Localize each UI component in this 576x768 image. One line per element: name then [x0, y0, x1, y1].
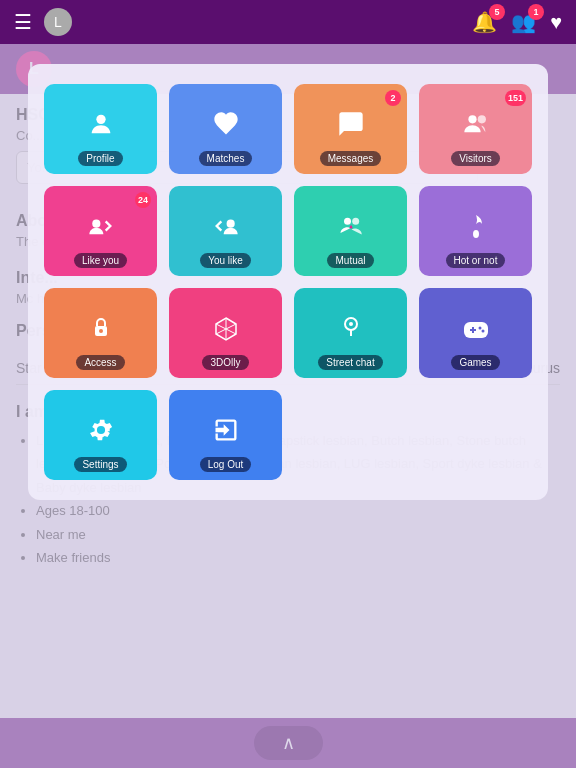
tile-badge-like-you: 24: [135, 192, 151, 208]
tile-icon-games: [462, 317, 490, 349]
nav-left: ☰ L: [14, 8, 72, 36]
tile-label-street-chat: Street chat: [318, 355, 382, 370]
svg-point-0: [96, 115, 105, 124]
menu-tile-visitors[interactable]: 151 Visitors: [419, 84, 532, 174]
menu-tile-access[interactable]: Access: [44, 288, 157, 378]
tile-label-matches: Matches: [199, 151, 253, 166]
menu-tile-hot-or-not[interactable]: Hot or not: [419, 186, 532, 276]
menu-tile-like-you[interactable]: 24 Like you: [44, 186, 157, 276]
svg-point-4: [226, 220, 234, 228]
menu-tile-matches[interactable]: Matches: [169, 84, 282, 174]
svg-point-2: [477, 115, 485, 123]
tile-icon-you-like: [212, 212, 240, 247]
tile-icon-matches: [212, 110, 240, 145]
menu-panel: Profile Matches 2 Messages 151 Visitors …: [28, 64, 548, 500]
svg-point-9: [99, 329, 103, 333]
tile-icon-messages: [337, 110, 365, 145]
svg-point-13: [478, 327, 481, 330]
menu-tile-mutual[interactable]: Mutual: [294, 186, 407, 276]
tile-icon-profile: [87, 110, 115, 145]
tile-label-games: Games: [451, 355, 499, 370]
hamburger-menu[interactable]: ☰: [14, 10, 32, 34]
tile-label-log-out: Log Out: [200, 457, 252, 472]
tile-label-settings: Settings: [74, 457, 126, 472]
tile-icon-street-chat: [337, 314, 365, 349]
tile-icon-mutual: [337, 212, 365, 247]
menu-overlay: Profile Matches 2 Messages 151 Visitors …: [0, 44, 576, 768]
tile-badge-messages: 2: [385, 90, 401, 106]
tile-icon-settings: [87, 416, 115, 451]
tile-icon-visitors: [462, 110, 490, 145]
friends-badge: 1: [528, 4, 544, 20]
menu-tile-3dolly[interactable]: 3DOlly: [169, 288, 282, 378]
tile-icon-hot-or-not: [464, 212, 488, 247]
menu-tile-games[interactable]: Games: [419, 288, 532, 378]
tile-label-like-you: Like you: [74, 253, 127, 268]
svg-point-7: [473, 230, 479, 238]
avatar-initial: L: [54, 14, 62, 30]
svg-point-3: [92, 220, 100, 228]
tile-label-3dolly: 3DOlly: [202, 355, 248, 370]
nav-right: 🔔 5 👥 1 ♥: [472, 10, 562, 34]
user-avatar[interactable]: L: [44, 8, 72, 36]
heart-icon: ♥: [550, 11, 562, 33]
menu-tile-settings[interactable]: Settings: [44, 390, 157, 480]
tile-label-visitors: Visitors: [451, 151, 500, 166]
tile-icon-like-you: [87, 212, 115, 247]
menu-tile-street-chat[interactable]: Street chat: [294, 288, 407, 378]
tile-label-mutual: Mutual: [327, 253, 373, 268]
tile-icon-3dolly: [212, 314, 240, 349]
menu-tile-log-out[interactable]: Log Out: [169, 390, 282, 480]
menu-tile-you-like[interactable]: You like: [169, 186, 282, 276]
tile-badge-visitors: 151: [505, 90, 526, 106]
tile-label-you-like: You like: [200, 253, 251, 268]
notifications-button[interactable]: 🔔 5: [472, 10, 497, 34]
top-navigation: ☰ L 🔔 5 👥 1 ♥: [0, 0, 576, 44]
favorites-button[interactable]: ♥: [550, 11, 562, 34]
tile-icon-log-out: [212, 416, 240, 451]
svg-point-14: [481, 330, 484, 333]
tile-label-profile: Profile: [78, 151, 122, 166]
friends-button[interactable]: 👥 1: [511, 10, 536, 34]
svg-point-11: [349, 322, 353, 326]
tile-label-hot-or-not: Hot or not: [446, 253, 506, 268]
svg-point-6: [352, 218, 359, 225]
svg-point-5: [344, 218, 351, 225]
tile-icon-access: [88, 314, 114, 349]
tile-label-messages: Messages: [320, 151, 382, 166]
tile-label-access: Access: [76, 355, 124, 370]
menu-grid: Profile Matches 2 Messages 151 Visitors …: [44, 84, 532, 480]
notifications-badge: 5: [489, 4, 505, 20]
menu-tile-profile[interactable]: Profile: [44, 84, 157, 174]
menu-tile-messages[interactable]: 2 Messages: [294, 84, 407, 174]
svg-point-1: [468, 115, 476, 123]
